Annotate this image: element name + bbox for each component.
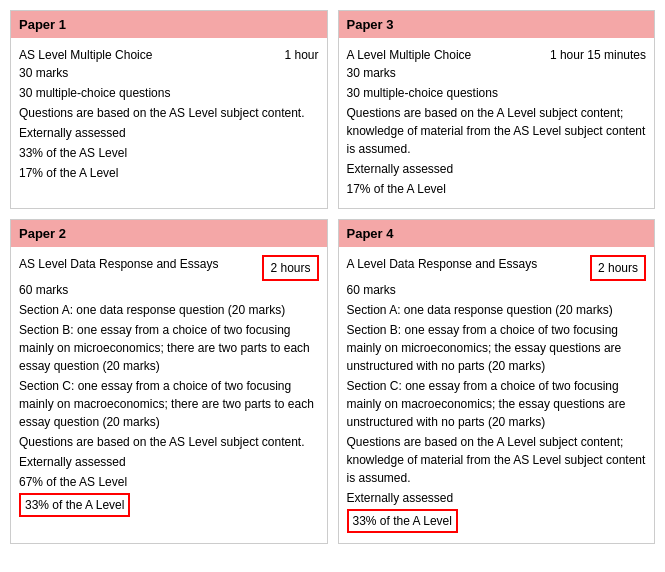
paper1-title: AS Level Multiple Choice — [19, 46, 276, 64]
paper3-title: A Level Multiple Choice — [347, 46, 542, 64]
paper1-line-2: Questions are based on the AS Level subj… — [19, 104, 319, 122]
paper1-line-4: 33% of the AS Level — [19, 144, 319, 162]
paper4-line-1: Section A: one data response question (2… — [347, 301, 647, 319]
paper-paper2: Paper 2AS Level Data Response and Essays… — [10, 219, 328, 544]
paper1-line-0: 30 marks — [19, 64, 319, 82]
paper3-line-0: 30 marks — [347, 64, 647, 82]
paper1-body: AS Level Multiple Choice1 hour30 marks30… — [11, 38, 327, 192]
paper4-line-3: Section C: one essay from a choice of tw… — [347, 377, 647, 431]
paper3-duration: 1 hour 15 minutes — [550, 46, 646, 64]
paper3-title-row: A Level Multiple Choice1 hour 15 minutes — [347, 46, 647, 64]
paper4-line-5: Externally assessed — [347, 489, 647, 507]
paper4-line-0: 60 marks — [347, 281, 647, 299]
paper2-line-5: Externally assessed — [19, 453, 319, 471]
paper-paper4: Paper 4A Level Data Response and Essays2… — [338, 219, 656, 544]
paper4-line-4: Questions are based on the A Level subje… — [347, 433, 647, 487]
paper2-title: AS Level Data Response and Essays — [19, 255, 254, 273]
paper3-header: Paper 3 — [339, 11, 655, 38]
papers-grid: Paper 1AS Level Multiple Choice1 hour30 … — [10, 10, 655, 544]
paper3-line-4: 17% of the A Level — [347, 180, 647, 198]
paper-paper1: Paper 1AS Level Multiple Choice1 hour30 … — [10, 10, 328, 209]
paper2-line-1: Section A: one data response question (2… — [19, 301, 319, 319]
paper2-highlighted-text: 33% of the A Level — [19, 493, 130, 517]
paper1-header: Paper 1 — [11, 11, 327, 38]
paper2-line-6: 67% of the AS Level — [19, 473, 319, 491]
paper2-last-line: 33% of the A Level — [19, 493, 319, 517]
paper2-duration: 2 hours — [262, 255, 318, 281]
paper4-header: Paper 4 — [339, 220, 655, 247]
paper-paper3: Paper 3A Level Multiple Choice1 hour 15 … — [338, 10, 656, 209]
paper4-duration: 2 hours — [590, 255, 646, 281]
paper1-duration: 1 hour — [284, 46, 318, 64]
paper4-title: A Level Data Response and Essays — [347, 255, 582, 273]
paper3-line-2: Questions are based on the A Level subje… — [347, 104, 647, 158]
paper3-line-1: 30 multiple-choice questions — [347, 84, 647, 102]
paper1-line-5: 17% of the A Level — [19, 164, 319, 182]
paper4-title-row: A Level Data Response and Essays2 hours — [347, 255, 647, 281]
paper4-body: A Level Data Response and Essays2 hours6… — [339, 247, 655, 543]
paper2-line-3: Section C: one essay from a choice of tw… — [19, 377, 319, 431]
paper2-line-2: Section B: one essay from a choice of tw… — [19, 321, 319, 375]
paper2-header: Paper 2 — [11, 220, 327, 247]
paper3-line-3: Externally assessed — [347, 160, 647, 178]
paper4-line-2: Section B: one essay from a choice of tw… — [347, 321, 647, 375]
paper2-body: AS Level Data Response and Essays2 hours… — [11, 247, 327, 527]
paper4-last-line: 33% of the A Level — [347, 509, 647, 533]
paper2-line-0: 60 marks — [19, 281, 319, 299]
paper3-body: A Level Multiple Choice1 hour 15 minutes… — [339, 38, 655, 208]
paper1-line-3: Externally assessed — [19, 124, 319, 142]
paper2-title-row: AS Level Data Response and Essays2 hours — [19, 255, 319, 281]
paper4-highlighted-text: 33% of the A Level — [347, 509, 458, 533]
paper1-title-row: AS Level Multiple Choice1 hour — [19, 46, 319, 64]
paper1-line-1: 30 multiple-choice questions — [19, 84, 319, 102]
paper2-line-4: Questions are based on the AS Level subj… — [19, 433, 319, 451]
